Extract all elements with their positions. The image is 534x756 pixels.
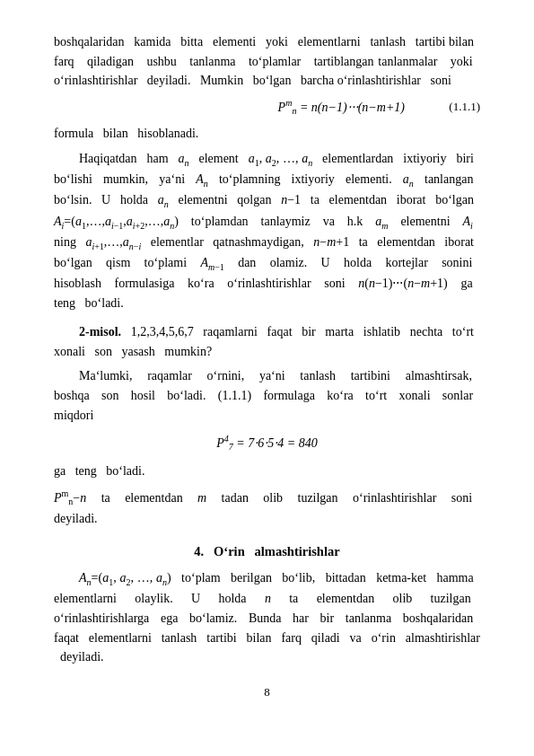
paragraph-4: ga teng bo‘ladi. <box>54 462 480 481</box>
paragraph-3: Ma‘lumki, raqamlar o‘rnini, ya‘ni tanlas… <box>54 366 480 425</box>
formula-label-1: (1.1.1) <box>426 98 480 116</box>
paragraph-2: Haqiqatdan ham an element a1, a2, …, an … <box>54 149 480 313</box>
formula-2: P47 = 7⋅6⋅5⋅4 = 840 <box>54 432 480 454</box>
section-title-4: 4. O‘rin almashtirishlar <box>54 541 480 561</box>
paragraph-1: boshqalaridan kamida bitta elementi yoki… <box>54 32 480 91</box>
example-2-label: 2-misol. <box>79 325 121 338</box>
page-content: boshqalaridan kamida bitta elementi yoki… <box>54 32 480 701</box>
paragraph-example-label: 2-misol. 1,2,3,4,5,6,7 raqamlarni faqat … <box>54 322 480 361</box>
page-number: 8 <box>54 683 480 701</box>
formula-1-1-1: Pmn = n(n−1)⋅⋅⋅(n−m+1) (1.1.1) <box>54 96 480 119</box>
formula-expr-1: Pmn = n(n−1)⋅⋅⋅(n−m+1) <box>278 96 405 119</box>
paragraph-6: An=(a1, a2, …, an) to‘plam berilgan bo‘l… <box>54 568 480 667</box>
paragraph-formula-text: formula bilan hisoblanadi. <box>54 124 480 144</box>
paragraph-5: Pmn−n ta elementdan m tadan olib tuzilga… <box>54 487 480 529</box>
